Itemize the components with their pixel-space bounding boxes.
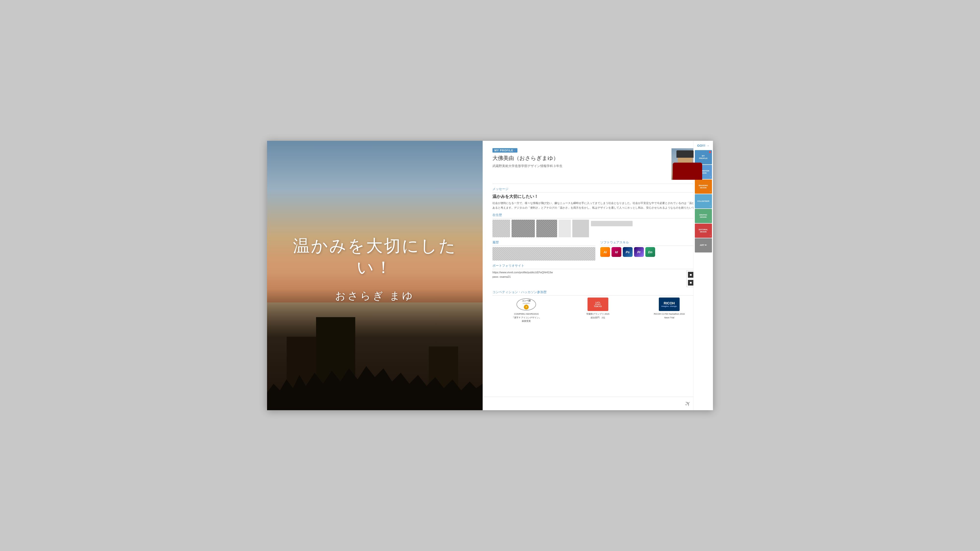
two-col-section: 履歴 ソフトウェアスキル Ai Id Ps Pr Dn [492,240,703,260]
comp-logo-compebu: コンペ部 compebu ★ [516,297,537,311]
bottom-bar: ✈ [483,397,713,410]
work-label-bar [591,221,633,226]
message-section: メッセージ 温かみを大切にしたい！ 社会が便利になる一方で、様々な情報が飛び交い… [492,187,703,210]
comp-item-1: コンペ部 compebu ★ COMPEBU AWARD2015 『漢字 F ア… [492,297,560,323]
profile-name: 大佛美由（おさらぎまゆ） [492,154,563,162]
id-icon: Id [611,247,621,257]
works-section: 在住歴 [492,213,703,237]
nav-item-art[interactable]: ART ✏ [695,238,712,252]
works-label: 在住歴 [492,213,703,218]
comp-item-2: Let's STUDY TOKYO 学園祭グランプリ 2015 総合部門 2位 [564,297,632,319]
nav-item-graphic-design[interactable]: GRAPHICDESIGN ↓ [695,209,712,223]
send-icon: ✈ [683,398,693,409]
comp-text-2: 学園祭グランプリ 2015 総合部門 2位 [564,312,632,319]
work-item-spacer [558,220,571,237]
sub-handwriting-text: おさらぎ まゆ [279,289,470,303]
competition-section: コンペティション・ハッカソン参加歴 コンペ部 compebu ★ [492,290,703,323]
dn-icon: Dn [645,247,655,257]
nav-label-branding-design: BRANDINGDESIGN [699,184,708,189]
nav-dot [709,151,711,153]
ps-icon: Ps [623,247,633,257]
software-col: ソフトウェアスキル Ai Id Ps Pr Dn [600,240,703,260]
nav-arrow-2: ↓ [710,189,711,193]
comp-logo-lets: Let's STUDY TOKYO [587,297,608,311]
right-main-content: MY PROFILE 大佛美由（おさらぎまゆ） 武蔵野美術大学造形学部デザイン情… [483,141,713,397]
main-handwriting-text: 温かみを大切にしたい！ [279,235,470,278]
photo-person-body [673,163,702,180]
software-label: ソフトウェアスキル [600,240,703,246]
work-item-2 [512,220,535,237]
photo-person-hat [676,150,694,158]
nav-item-my-profile[interactable]: MYPROFILE [695,150,712,164]
nav-arrow-4: ↓ [710,219,711,222]
nav-item-editorial-design[interactable]: EDITORIALDESIGN ↓ [695,224,712,238]
message-title: 温かみを大切にしたい！ [492,194,703,199]
nav-label-art: ART [700,244,705,247]
nav-label-editorial-design: EDITORIALDESIGN [699,229,708,233]
message-label: メッセージ [492,187,703,192]
career-label: 履歴 [492,240,595,246]
nav-art-icon: ✏ [705,244,707,247]
work-item-3 [536,220,557,237]
career-col: 履歴 [492,240,595,260]
right-sidebar: GO!!! → MYPROFILE INFORMATIONDESIGN ↓ BR… [694,141,713,410]
profile-header-left: MY PROFILE 大佛美由（おさらぎまゆ） 武蔵野美術大学造形学部デザイン情… [492,148,563,168]
nav-item-volunteer[interactable]: VOLUNTEER ↓ [695,194,712,208]
software-icons: Ai Id Ps Pr Dn [600,247,703,257]
comp-text-3: RICOH C1700 Hackathon 2016 Neon Trial [635,312,703,319]
works-grid [492,220,703,237]
right-panel: MY PROFILE 大佛美由（おさらぎまゆ） 武蔵野美術大学造形学部デザイン情… [483,141,713,410]
competition-items: コンペ部 compebu ★ COMPEBU AWARD2015 『漢字 F ア… [492,297,703,323]
work-item-1 [492,220,510,237]
comp-item-3: RICOH imagine. change. RICOH C1700 Hacka… [635,297,703,319]
portfolio-row: https://www.vivvit.com/profile/public/zE… [492,270,703,287]
comp-text-1: COMPEBU AWARD2015 『漢字 F アイコンデザイン』 銅賞受賞 [492,312,560,323]
nav-arrow-1: ↓ [710,175,711,178]
pr-icon: Pr [634,247,644,257]
profile-badge: MY PROFILE [492,148,517,152]
nav-item-branding-design[interactable]: BRANDINGDESIGN ↓ [695,179,712,194]
profile-affiliation: 武蔵野美術大学造形学部デザイン情報学科３年生 [492,164,563,168]
profile-header: MY PROFILE 大佛美由（おさらぎまゆ） 武蔵野美術大学造形学部デザイン情… [492,148,703,184]
nav-arrow-3: ↓ [710,204,711,207]
nav-label-my-profile: MYPROFILE [699,155,708,160]
nav-arrow-5: ↓ [710,233,711,237]
works-row-2 [591,221,633,237]
nav-label-volunteer: VOLUNTEER [697,200,709,203]
portfolio-section: ポートフォリオサイト https://www.vivvit.com/profil… [492,264,703,287]
portfolio-pass: pass: osama21 [492,275,553,279]
works-row-1 [492,220,589,237]
left-panel: 温かみを大切にしたい！ おさらぎ まゆ [267,141,483,410]
competition-label: コンペティション・ハッカソン参加歴 [492,290,703,295]
portfolio-label: ポートフォリオサイト [492,264,703,269]
message-body: 社会が便利になる一方で、様々な情報が飛び交い、嫌なニュースも瞬時せ手に入ってきて… [492,201,703,210]
page-container: 温かみを大切にしたい！ おさらぎ まゆ MY PROFILE 大佛美由（おさらぎ… [267,141,713,410]
portfolio-url[interactable]: https://www.vivvit.com/profile/public/zE… [492,270,553,275]
ai-icon: Ai [600,247,610,257]
go-link-container: GO!!! → [694,143,713,148]
career-item [492,247,595,260]
portfolio-url-block: https://www.vivvit.com/profile/public/zE… [492,270,553,279]
comp-logo-ricoh: RICOH imagine. change. [659,297,679,311]
nav-label-graphic-design: GRAPHICDESIGN [699,214,707,218]
go-link[interactable]: GO!!! → [697,144,710,148]
work-item-5 [572,220,589,237]
